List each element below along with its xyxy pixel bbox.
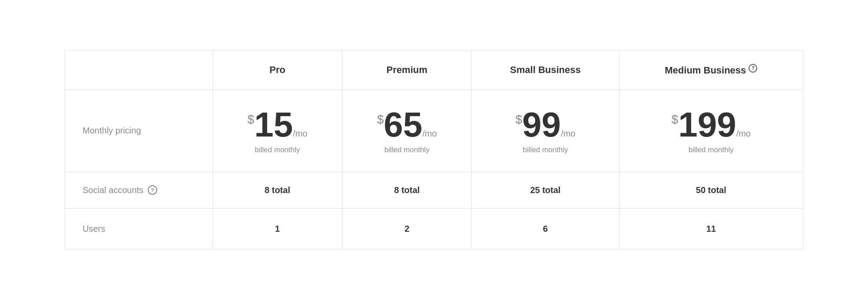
premium-price-cell: $ 65 /mo billed monthly bbox=[342, 90, 472, 172]
social-accounts-row: Social accounts ? 8 total 8 total 25 tot… bbox=[65, 172, 803, 208]
medium-business-per: /mo bbox=[736, 129, 751, 139]
empty-header-cell bbox=[65, 51, 213, 90]
users-row: Users 1 2 6 11 bbox=[65, 208, 803, 249]
pro-billed: billed monthly bbox=[255, 146, 300, 154]
premium-social-accounts-value: 8 total bbox=[342, 172, 472, 208]
pro-price-block: $ 15 /mo billed monthly bbox=[222, 107, 333, 154]
premium-amount: 65 bbox=[384, 107, 422, 142]
social-accounts-label-cell: Social accounts ? bbox=[65, 172, 213, 208]
premium-users-value: 2 bbox=[342, 208, 472, 249]
medium-business-price-main: $ 199 /mo bbox=[672, 107, 751, 142]
premium-price-block: $ 65 /mo billed monthly bbox=[351, 107, 463, 154]
medium-business-tooltip-icon[interactable]: ? bbox=[749, 64, 757, 73]
social-accounts-tooltip-icon[interactable]: ? bbox=[148, 185, 157, 195]
medium-business-users-value: 11 bbox=[619, 208, 803, 249]
medium-business-social-accounts-value: 50 total bbox=[619, 172, 803, 208]
small-business-currency: $ bbox=[515, 113, 522, 127]
pro-per: /mo bbox=[293, 129, 307, 139]
small-business-social-accounts-value: 25 total bbox=[472, 172, 619, 208]
medium-business-price-block: $ 199 /mo billed monthly bbox=[628, 107, 794, 154]
social-accounts-label-group: Social accounts ? bbox=[83, 185, 157, 195]
users-label-cell: Users bbox=[65, 208, 213, 249]
pro-social-accounts-value: 8 total bbox=[213, 172, 342, 208]
medium-business-currency: $ bbox=[672, 113, 679, 127]
small-business-per: /mo bbox=[561, 129, 575, 139]
small-business-amount: 99 bbox=[522, 107, 561, 142]
col-header-premium: Premium bbox=[342, 51, 472, 90]
small-business-users-value: 6 bbox=[472, 208, 619, 249]
premium-per: /mo bbox=[422, 129, 437, 139]
small-business-price-cell: $ 99 /mo billed monthly bbox=[472, 90, 619, 172]
small-business-billed: billed monthly bbox=[523, 146, 568, 154]
premium-price-main: $ 65 /mo bbox=[377, 107, 437, 142]
monthly-pricing-label: Monthly pricing bbox=[65, 90, 213, 172]
medium-business-billed: billed monthly bbox=[689, 146, 734, 154]
pricing-comparison-table: Pro Premium Small Business Medium Busine… bbox=[65, 50, 803, 249]
pro-price-cell: $ 15 /mo billed monthly bbox=[213, 90, 342, 172]
medium-business-amount: 199 bbox=[678, 107, 736, 142]
premium-currency: $ bbox=[377, 113, 384, 127]
pro-users-value: 1 bbox=[213, 208, 342, 249]
pro-currency: $ bbox=[248, 113, 255, 127]
col-header-pro: Pro bbox=[213, 51, 342, 90]
small-business-price-main: $ 99 /mo bbox=[515, 107, 575, 142]
col-header-small-business: Small Business bbox=[472, 51, 619, 90]
col-header-medium-business: Medium Business? bbox=[619, 51, 803, 90]
premium-billed: billed monthly bbox=[384, 146, 430, 154]
monthly-pricing-row: Monthly pricing $ 15 /mo billed monthly … bbox=[65, 90, 803, 172]
medium-business-price-cell: $ 199 /mo billed monthly bbox=[619, 90, 803, 172]
pro-amount: 15 bbox=[254, 107, 293, 142]
small-business-price-block: $ 99 /mo billed monthly bbox=[480, 107, 610, 154]
pro-price-main: $ 15 /mo bbox=[248, 107, 308, 142]
